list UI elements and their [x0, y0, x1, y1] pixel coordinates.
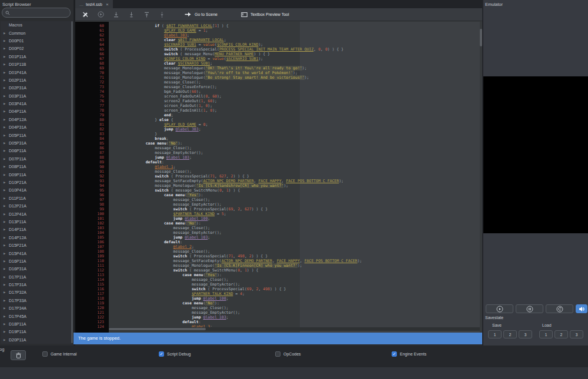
line-number[interactable]: 90 [75, 165, 109, 169]
tree-item-d16p31a[interactable]: ▶D16P31A [1, 265, 71, 273]
tree-item-d01p11b[interactable]: ▶D01P11B [1, 61, 71, 68]
expander-icon[interactable]: ▶ [4, 236, 9, 239]
line-number[interactable]: 117 [75, 291, 109, 296]
save-slot-3-button[interactable]: 3 [519, 330, 532, 338]
tree-item-d15p21a[interactable]: ▶D15P21A [1, 242, 71, 249]
line-number[interactable]: 88 [75, 155, 109, 160]
line-number[interactable]: 99 [75, 207, 109, 212]
line-number[interactable]: 65 [75, 47, 109, 52]
line-number[interactable]: 95 [75, 188, 109, 193]
line-number[interactable]: 121 [75, 310, 109, 315]
line-number[interactable]: 76 [75, 99, 109, 103]
expander-icon[interactable]: ▶ [4, 142, 9, 145]
line-number[interactable]: 86 [75, 146, 109, 150]
line-number[interactable]: 107 [75, 244, 109, 249]
expander-icon[interactable]: ▶ [4, 204, 9, 207]
expander-icon[interactable]: ▶ [4, 118, 9, 121]
line-number[interactable]: 60 [75, 24, 109, 28]
checkbox-unchecked-icon[interactable] [275, 351, 280, 357]
line-number[interactable]: 122 [75, 315, 109, 320]
expander-icon[interactable]: ▶ [4, 165, 9, 168]
tree-item-d06p11a[interactable]: ▶D06P11A [1, 147, 71, 155]
line-number[interactable]: 98 [75, 202, 109, 207]
expander-icon[interactable]: ▶ [4, 197, 9, 200]
line-number[interactable]: 102 [75, 221, 109, 226]
tree-item-d02p11a[interactable]: ▶D02P11A [1, 76, 71, 84]
checkbox-checked-icon[interactable]: ✓ [392, 351, 397, 357]
line-number[interactable]: 103 [75, 226, 109, 230]
load-slot-1-button[interactable]: 1 [539, 330, 553, 338]
line-number[interactable]: 79 [75, 113, 109, 118]
tree-item-d17p33a[interactable]: ▶D17P33A [1, 297, 71, 304]
filter-opcodes[interactable]: OpCodes [275, 351, 301, 357]
expander-icon[interactable]: ▶ [4, 260, 9, 263]
expander-icon[interactable]: ▶ [4, 47, 9, 50]
expander-icon[interactable]: ▶ [4, 338, 9, 341]
tree-item-d03p41a[interactable]: ▶D03P41A [1, 100, 71, 108]
line-number[interactable]: 72 [75, 80, 109, 85]
pause-button[interactable] [516, 304, 543, 313]
filter-game-internal[interactable]: Game Internal [42, 351, 76, 357]
expander-icon[interactable]: ▶ [4, 330, 9, 333]
line-number[interactable]: 109 [75, 254, 109, 259]
line-number[interactable]: 68 [75, 61, 109, 66]
reset-button[interactable] [546, 304, 573, 313]
tree-item-d17p32a[interactable]: ▶D17P32A [1, 289, 71, 296]
filter-engine-events[interactable]: ✓Engine Events [392, 351, 426, 357]
line-number[interactable]: 92 [75, 174, 109, 179]
expander-icon[interactable]: ▶ [4, 149, 9, 152]
expander-icon[interactable]: ▶ [4, 79, 9, 82]
tree-item-d04p31a[interactable]: ▶D04P31A [1, 123, 71, 131]
tree-item-d01p11a[interactable]: ▶D01P11A [1, 53, 71, 61]
tree-item-d12p21a[interactable]: ▶D12P21A [1, 202, 71, 210]
save-slot-1-button[interactable]: 1 [488, 330, 502, 338]
line-number[interactable]: 111 [75, 263, 109, 268]
editor-hscroll-thumb[interactable] [109, 328, 206, 330]
tree-item-d02p31a[interactable]: ▶D02P31A [1, 84, 71, 92]
line-number[interactable]: 82 [75, 127, 109, 132]
tree-item-d18p11a[interactable]: ▶D18P11A [1, 320, 71, 328]
tree-item-d16p11a[interactable]: ▶D16P11A [1, 257, 71, 265]
tree-item-d01p41a[interactable]: ▶D01P41A [1, 68, 71, 76]
expander-icon[interactable]: ▶ [4, 315, 9, 318]
tree-item-d04p12a[interactable]: ▶D04P12A [1, 116, 71, 123]
line-number[interactable]: 94 [75, 183, 109, 188]
line-number[interactable]: 69 [75, 66, 109, 71]
line-number[interactable]: 104 [75, 230, 109, 235]
volume-button[interactable] [576, 304, 587, 313]
line-number[interactable]: 83 [75, 132, 109, 136]
expander-icon[interactable]: ▶ [4, 213, 9, 216]
expander-icon[interactable]: ▶ [4, 110, 9, 113]
expander-icon[interactable]: ▶ [4, 55, 9, 58]
expander-icon[interactable]: ▶ [4, 95, 9, 98]
expander-icon[interactable]: ▶ [4, 252, 9, 255]
step-out-button[interactable] [139, 8, 154, 21]
tree-item-d07p11a[interactable]: ▶D07P11A [1, 155, 71, 163]
tree-item-d09p11a[interactable]: ▶D09P11A [1, 170, 71, 178]
checkbox-checked-icon[interactable]: ✓ [159, 351, 164, 357]
expander-icon[interactable]: ▶ [4, 86, 9, 89]
filter-script-debug[interactable]: ✓Script Debug [159, 351, 191, 357]
tree-item-d17p45a[interactable]: ▶D17P45A [1, 312, 71, 320]
tree-item-d17p34a[interactable]: ▶D17P34A [1, 304, 71, 312]
line-number[interactable]: 118 [75, 296, 109, 301]
expander-icon[interactable]: ▶ [4, 244, 9, 247]
tree-item-d03p11a[interactable]: ▶D03P11A [1, 92, 71, 100]
clear-log-button[interactable] [11, 350, 26, 360]
expander-icon[interactable]: ▶ [4, 71, 9, 74]
tree-item-macros[interactable]: Macros [1, 21, 71, 29]
line-number[interactable]: 66 [75, 52, 109, 56]
line-number[interactable]: 120 [75, 306, 109, 310]
tree-item-d15p41a[interactable]: ▶D15P41A [1, 249, 71, 257]
expander-icon[interactable]: ▶ [4, 102, 9, 105]
edit-disabled-button[interactable] [78, 8, 93, 21]
line-number[interactable]: 97 [75, 197, 109, 202]
expander-icon[interactable]: ▶ [4, 63, 9, 66]
load-slot-2-button[interactable]: 2 [554, 330, 568, 338]
checkbox-unchecked-icon[interactable] [42, 351, 48, 357]
tree-item-d17p31a[interactable]: ▶D17P31A [1, 281, 71, 289]
tree-item-d05p11a[interactable]: ▶D05P11A [1, 131, 71, 139]
expander-icon[interactable]: ▶ [4, 181, 9, 184]
expander-icon[interactable]: ▶ [4, 220, 9, 223]
line-number[interactable]: 80 [75, 118, 109, 122]
